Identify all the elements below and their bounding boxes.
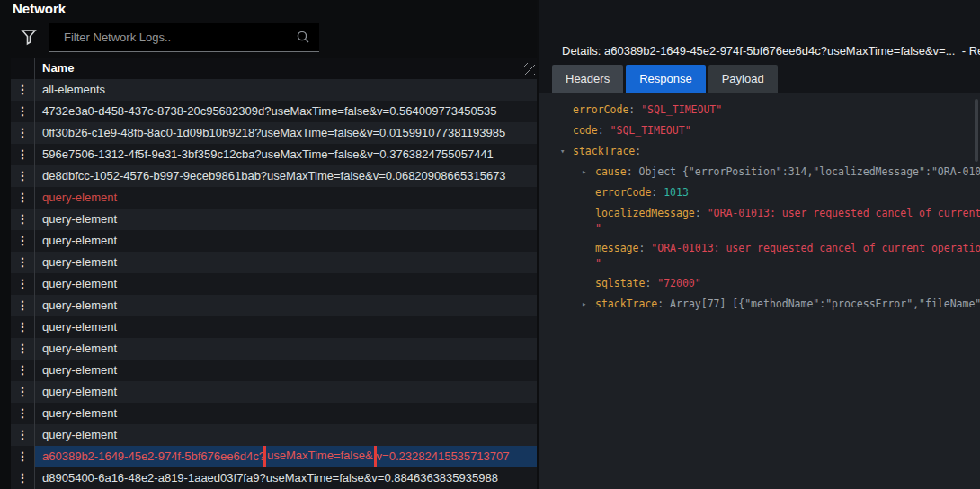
json-key: errorCode [573,103,628,116]
kebab-menu-icon[interactable]: ⋮ [11,187,34,209]
kebab-menu-icon[interactable]: ⋮ [11,252,34,273]
table-row[interactable]: ⋮query-element [11,316,537,338]
filter-input-wrap [49,23,319,52]
kebab-menu-icon[interactable]: ⋮ [11,338,34,360]
filter-input[interactable] [49,23,319,51]
table-row[interactable]: ⋮0ff30b26-c1e9-48fb-8ac0-1d09b10b9218?us… [11,122,537,144]
json-punct: : [657,298,670,310]
annotation-box: useMaxTime=false& [263,446,377,467]
request-name: query-element [34,381,537,403]
kebab-menu-icon[interactable]: ⋮ [11,230,34,252]
json-key: code [573,124,598,137]
request-name: a60389b2-1649-45e2-974f-5bf676ee6d4c?use… [34,446,537,467]
kebab-menu-icon[interactable]: ⋮ [11,101,34,122]
table-row[interactable]: ⋮query-element [11,338,537,360]
table-header: Name [11,58,537,79]
json-line: errorCode: 1013 [539,182,980,203]
network-log-list: ⋮all-elements⋮4732e3a0-d458-437c-8738-20… [11,79,537,489]
panel-resize-handle[interactable] [523,63,535,75]
kebab-menu-icon[interactable]: ⋮ [11,295,34,316]
json-punct: : [645,277,657,289]
json-key: message [595,242,638,254]
table-row[interactable]: ⋮query-element [11,360,537,381]
table-row[interactable]: ⋮d8905400-6a16-48e2-a819-1aaed03f7fa9?us… [11,467,537,489]
json-punct: : [598,124,610,137]
kebab-menu-icon[interactable]: ⋮ [11,273,34,295]
table-row[interactable]: ⋮all-elements [11,79,537,101]
json-plain: Object {"errorPosition":314,"localizedMe… [638,165,980,178]
details-title: Details: a60389b2-1649-45e2-974f-5bf676e… [562,44,980,58]
column-header-name[interactable]: Name [34,58,537,79]
request-name: query-element [34,252,537,273]
json-string-continuation: " [539,259,980,273]
request-name: 596e7506-1312-4f5f-9e31-3bf359c12cba?use… [34,144,537,165]
kebab-menu-icon[interactable]: ⋮ [11,165,34,187]
tab-headers[interactable]: Headers [552,65,623,93]
request-name: query-element [34,424,537,446]
json-punct: : [627,165,639,178]
tab-response[interactable]: Response [626,65,706,93]
table-row[interactable]: ⋮query-element [11,252,537,273]
table-row[interactable]: ⋮query-element [11,424,537,446]
json-line: localizedMessage: "ORA-01013: user reque… [539,203,980,224]
kebab-menu-icon[interactable]: ⋮ [11,360,34,381]
table-row[interactable]: ⋮query-element [11,295,537,316]
expand-arrow-icon[interactable]: ▸ [582,294,586,315]
tab-payload[interactable]: Payload [708,65,778,93]
json-string-continuation: " [539,224,980,238]
panel-title: Network [13,1,66,16]
table-row[interactable]: ⋮4732e3a0-d458-437c-8738-20c95682309d?us… [11,101,537,122]
details-tabs: HeadersResponsePayload [552,65,778,93]
json-string: "SQL_TIMEOUT" [641,103,722,116]
scrollbar-thumb[interactable] [975,99,978,162]
filter-funnel-icon[interactable] [21,28,37,46]
json-punct: : [638,242,651,254]
json-key: stackTrace [595,298,657,310]
kebab-menu-icon[interactable]: ⋮ [11,467,34,489]
table-row[interactable]: ⋮query-element [11,273,537,295]
request-name: query-element [34,403,537,424]
kebab-menu-icon[interactable]: ⋮ [11,424,34,446]
request-name: all-elements [34,79,537,101]
table-row[interactable]: ⋮query-element [11,230,537,252]
json-line: ▸cause: Object {"errorPosition":314,"loc… [539,162,980,182]
request-name: query-element [34,187,537,209]
kebab-menu-icon[interactable]: ⋮ [11,446,34,467]
kebab-menu-icon[interactable]: ⋮ [11,316,34,338]
kebab-menu-icon[interactable]: ⋮ [11,403,34,424]
network-panel: Network Name ⋮all-elements⋮4732e3a0-d458… [0,0,537,489]
json-string: "SQL_TIMEOUT" [610,124,691,137]
table-row[interactable]: ⋮query-element [11,381,537,403]
table-row[interactable]: ⋮query-element [11,187,537,209]
table-header-kebab-column [11,58,34,79]
request-name-segment: v=0.23282415535713707 [377,449,510,463]
table-row[interactable]: ⋮query-element [11,209,537,230]
request-name: query-element [34,360,537,381]
table-row[interactable]: ⋮a60389b2-1649-45e2-974f-5bf676ee6d4c?us… [11,446,537,467]
json-line: message: "ORA-01013: user requested canc… [539,238,980,259]
json-line: errorCode: "SQL_TIMEOUT" [539,100,980,120]
table-row[interactable]: ⋮de8dbfcc-1052-4576-b997-9eceb9861bab?us… [11,165,537,187]
json-line: code: "SQL_TIMEOUT" [539,120,980,141]
request-name: query-element [34,273,537,295]
json-string: "ORA-01013: user requested cancel of cur… [708,207,980,219]
response-body: errorCode: "SQL_TIMEOUT"code: "SQL_TIMEO… [539,93,980,489]
collapse-arrow-icon[interactable]: ▾ [560,141,565,162]
json-key: sqlstate [595,277,645,289]
json-punct: : [635,145,641,157]
request-name-segment: a60389b2-1649-45e2-974f-5bf676ee6d4c? [42,449,265,463]
table-row[interactable]: ⋮596e7506-1312-4f5f-9e31-3bf359c12cba?us… [11,144,537,165]
kebab-menu-icon[interactable]: ⋮ [11,209,34,230]
json-string: "ORA-01013: user requested cancel of cur… [651,242,980,254]
request-name: query-element [34,338,537,360]
kebab-menu-icon[interactable]: ⋮ [11,79,34,101]
json-string: "72000" [657,277,700,289]
kebab-menu-icon[interactable]: ⋮ [11,122,34,144]
json-line: sqlstate: "72000" [539,273,980,294]
expand-arrow-icon[interactable]: ▸ [582,162,586,182]
request-name: query-element [34,230,537,252]
json-line: ▸stackTrace: Array[77] [{"methodName":"p… [539,294,980,315]
kebab-menu-icon[interactable]: ⋮ [11,381,34,403]
table-row[interactable]: ⋮query-element [11,403,537,424]
kebab-menu-icon[interactable]: ⋮ [11,144,34,165]
